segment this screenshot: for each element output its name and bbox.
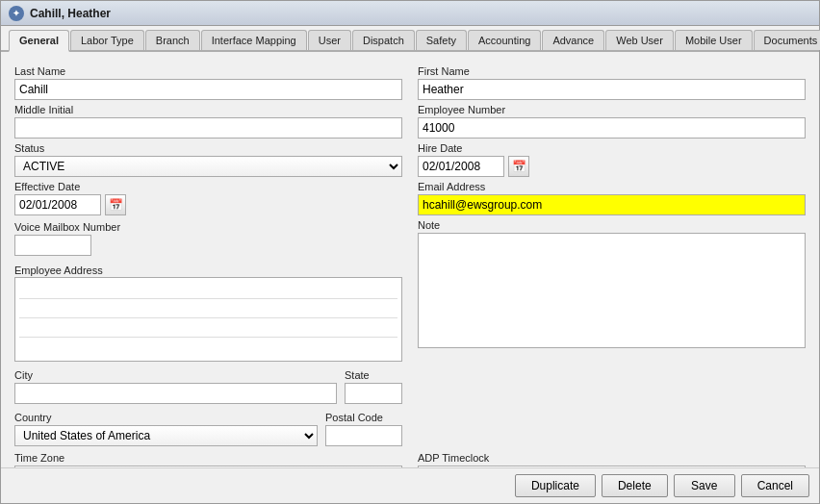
tab-general[interactable]: General — [9, 30, 69, 52]
status-group: Status ACTIVE INACTIVE TERMINATED — [14, 142, 402, 177]
tab-user[interactable]: User — [308, 30, 351, 50]
left-lower-panel: Voice Mailbox Number Employee Address — [14, 219, 402, 446]
state-input[interactable] — [345, 383, 402, 404]
time-zone-group: Time Zone -none- — [14, 452, 402, 467]
middle-initial-label: Middle Initial — [14, 104, 402, 115]
status-label: Status — [14, 142, 402, 154]
tab-interface-mapping[interactable]: Interface Mapping — [201, 30, 307, 50]
employee-address-section: Employee Address — [14, 264, 402, 362]
address-line-3-input[interactable] — [19, 320, 397, 338]
hire-date-label: Hire Date — [418, 142, 806, 154]
state-label: State — [345, 369, 402, 381]
tab-bar: General Labor Type Branch Interface Mapp… — [1, 26, 819, 52]
city-label: City — [14, 369, 337, 381]
tab-dispatch[interactable]: Dispatch — [352, 30, 415, 50]
country-label: Country — [14, 412, 318, 423]
last-name-input[interactable] — [14, 79, 402, 100]
tab-advance[interactable]: Advance — [542, 30, 604, 50]
country-postal-row: Country United States of America Canada … — [14, 412, 402, 446]
middle-initial-input[interactable] — [14, 117, 402, 139]
effective-date-input[interactable] — [14, 194, 101, 215]
last-name-group: Last Name — [14, 65, 402, 100]
hire-date-group: Hire Date 📅 — [418, 142, 806, 177]
duplicate-button[interactable]: Duplicate — [515, 474, 596, 497]
tab-web-user[interactable]: Web User — [605, 30, 674, 50]
save-button[interactable]: Save — [674, 474, 735, 497]
right-lower-panel: Note — [418, 219, 806, 446]
email-address-label: Email Address — [418, 181, 806, 192]
email-address-group: Email Address — [418, 181, 806, 215]
main-window: ✦ Cahill, Heather General Labor Type Bra… — [0, 0, 820, 504]
window-title: Cahill, Heather — [30, 7, 111, 20]
delete-button[interactable]: Delete — [602, 474, 668, 497]
city-input[interactable] — [14, 383, 337, 404]
address-line-4-input[interactable] — [19, 340, 397, 357]
tab-accounting[interactable]: Accounting — [468, 30, 541, 50]
state-group: State — [345, 369, 402, 404]
voice-mailbox-label: Voice Mailbox Number — [14, 221, 402, 233]
first-name-input[interactable] — [418, 79, 806, 100]
tab-safety[interactable]: Safety — [416, 30, 467, 50]
adp-timeclock-group: ADP Timeclock -none- — [418, 452, 806, 467]
employee-number-label: Employee Number — [418, 104, 806, 115]
first-name-group: First Name — [418, 65, 806, 100]
tab-labor-type[interactable]: Labor Type — [70, 30, 144, 50]
postal-code-label: Postal Code — [325, 412, 402, 423]
postal-code-group: Postal Code — [325, 412, 402, 446]
hire-date-calendar-button[interactable]: 📅 — [508, 156, 529, 177]
note-group: Note — [418, 219, 806, 348]
tab-mobile-user[interactable]: Mobile User — [675, 30, 753, 50]
last-name-label: Last Name — [14, 65, 402, 77]
city-group: City — [14, 369, 337, 404]
voice-mailbox-group: Voice Mailbox Number — [14, 221, 402, 256]
email-address-input[interactable] — [418, 194, 806, 215]
tab-documents[interactable]: Documents — [754, 30, 820, 50]
postal-code-input[interactable] — [325, 425, 402, 446]
cancel-button[interactable]: Cancel — [741, 474, 809, 497]
tab-branch[interactable]: Branch — [145, 30, 200, 50]
address-line-2-input[interactable] — [19, 301, 397, 318]
country-group: Country United States of America Canada … — [14, 412, 318, 446]
employee-address-label: Employee Address — [14, 265, 103, 276]
employee-number-group: Employee Number — [418, 104, 806, 139]
title-bar: ✦ Cahill, Heather — [1, 1, 819, 26]
effective-date-label: Effective Date — [14, 181, 402, 192]
address-line-1-input[interactable] — [19, 282, 397, 299]
window-icon: ✦ — [9, 6, 24, 21]
country-select[interactable]: United States of America Canada Mexico — [14, 425, 318, 446]
effective-date-group: Effective Date 📅 — [14, 181, 402, 215]
effective-date-calendar-button[interactable]: 📅 — [105, 194, 126, 215]
note-textarea[interactable] — [418, 233, 806, 348]
voice-mailbox-input[interactable] — [14, 235, 91, 256]
middle-initial-group: Middle Initial — [14, 104, 402, 139]
time-zone-label: Time Zone — [14, 452, 402, 464]
city-state-row: City State — [14, 369, 402, 404]
hire-date-input[interactable] — [418, 156, 504, 177]
employee-number-input[interactable] — [418, 117, 806, 139]
footer-buttons: Duplicate Delete Save Cancel — [1, 467, 819, 503]
status-select[interactable]: ACTIVE INACTIVE TERMINATED — [14, 156, 402, 177]
note-label: Note — [418, 219, 806, 231]
adp-timeclock-label: ADP Timeclock — [418, 452, 806, 464]
form-content: Last Name First Name Middle Initial Empl… — [1, 52, 819, 467]
address-frame — [14, 277, 402, 362]
timezone-adp-row: Time Zone -none- ADP Timeclock -none- — [9, 452, 811, 467]
first-name-label: First Name — [418, 65, 806, 77]
